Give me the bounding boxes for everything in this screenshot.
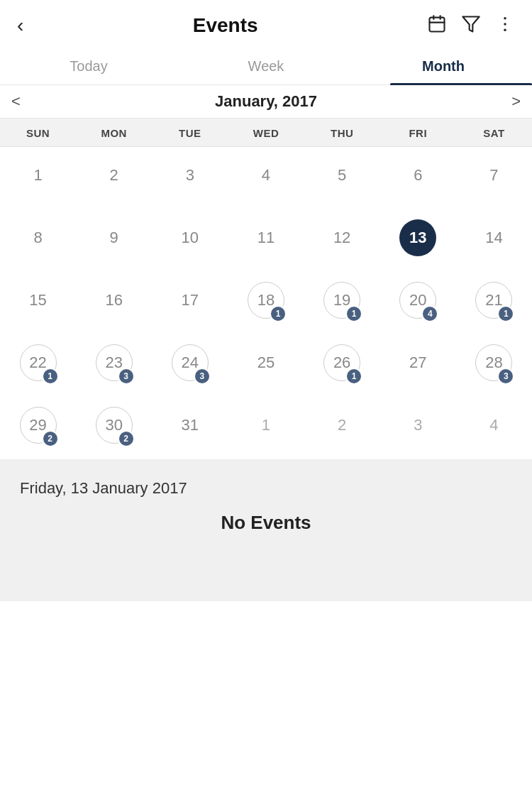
- tab-month[interactable]: Month: [355, 48, 532, 84]
- event-badge: 1: [42, 368, 59, 385]
- calendar-day-14[interactable]: 15: [0, 272, 76, 334]
- month-nav: < January, 2017 >: [0, 85, 532, 119]
- page-title: Events: [193, 14, 258, 37]
- tabs-bar: Today Week Month: [0, 48, 532, 85]
- svg-point-6: [504, 23, 506, 26]
- calendar-day-32[interactable]: 2: [304, 397, 380, 459]
- calendar-day-34[interactable]: 4: [456, 397, 532, 459]
- event-badge: 3: [194, 368, 211, 385]
- calendar-day-0[interactable]: 1: [0, 147, 76, 209]
- back-button[interactable]: ‹: [17, 14, 23, 37]
- day-header-wed: WED: [228, 127, 304, 139]
- calendar-day-10[interactable]: 11: [228, 209, 304, 272]
- calendar-day-24[interactable]: 25: [228, 334, 304, 397]
- calendar-day-12[interactable]: 13: [380, 209, 456, 272]
- calendar-day-1[interactable]: 2: [76, 147, 152, 209]
- day-header-tue: TUE: [152, 127, 228, 139]
- selected-date-label: Friday, 13 January 2017: [20, 479, 512, 498]
- tab-today[interactable]: Today: [0, 48, 177, 84]
- calendar-icon[interactable]: [427, 14, 447, 37]
- calendar-day-16[interactable]: 17: [152, 272, 228, 334]
- calendar-day-30[interactable]: 31: [152, 397, 228, 459]
- more-icon[interactable]: [495, 14, 515, 37]
- event-badge: 2: [118, 430, 135, 447]
- header-icons: [427, 14, 515, 37]
- bottom-panel: Friday, 13 January 2017 No Events: [0, 459, 532, 601]
- event-badge: 1: [345, 368, 362, 385]
- day-header-sun: SUN: [0, 127, 76, 139]
- event-badge: 3: [118, 368, 135, 385]
- header: ‹ Events: [0, 0, 532, 48]
- day-header-mon: MON: [76, 127, 152, 139]
- day-header-thu: THU: [304, 127, 380, 139]
- next-month-button[interactable]: >: [500, 87, 532, 116]
- tab-week[interactable]: Week: [177, 48, 355, 84]
- calendar-day-9[interactable]: 10: [152, 209, 228, 272]
- calendar-day-4[interactable]: 5: [304, 147, 380, 209]
- calendar-day-19[interactable]: 204: [380, 272, 456, 334]
- calendar-day-2[interactable]: 3: [152, 147, 228, 209]
- calendar-day-3[interactable]: 4: [228, 147, 304, 209]
- svg-point-7: [504, 28, 506, 31]
- event-badge: 1: [497, 305, 514, 322]
- calendar-day-25[interactable]: 261: [304, 334, 380, 397]
- svg-marker-4: [462, 17, 479, 32]
- svg-point-5: [504, 17, 506, 20]
- event-badge: 4: [421, 305, 438, 322]
- day-headers: SUN MON TUE WED THU FRI SAT: [0, 119, 532, 147]
- calendar-grid: 1234567891011121314151617181191204211221…: [0, 147, 532, 459]
- prev-month-button[interactable]: <: [0, 87, 32, 116]
- day-header-sat: SAT: [456, 127, 532, 139]
- calendar-day-7[interactable]: 8: [0, 209, 76, 272]
- calendar-day-26[interactable]: 27: [380, 334, 456, 397]
- day-header-fri: FRI: [380, 127, 456, 139]
- svg-rect-0: [430, 18, 445, 32]
- event-badge: 2: [42, 430, 59, 447]
- calendar-day-5[interactable]: 6: [380, 147, 456, 209]
- calendar-day-18[interactable]: 191: [304, 272, 380, 334]
- filter-icon[interactable]: [461, 14, 481, 37]
- event-badge: 3: [497, 368, 514, 385]
- no-events-label: No Events: [20, 512, 512, 534]
- calendar-day-21[interactable]: 221: [0, 334, 76, 397]
- calendar-day-33[interactable]: 3: [380, 397, 456, 459]
- calendar-day-8[interactable]: 9: [76, 209, 152, 272]
- calendar-day-20[interactable]: 211: [456, 272, 532, 334]
- calendar-day-29[interactable]: 302: [76, 397, 152, 459]
- month-title: January, 2017: [215, 92, 317, 111]
- header-left: ‹: [17, 14, 23, 37]
- calendar-day-31[interactable]: 1: [228, 397, 304, 459]
- event-badge: 1: [270, 305, 287, 322]
- calendar-day-17[interactable]: 181: [228, 272, 304, 334]
- calendar-day-28[interactable]: 292: [0, 397, 76, 459]
- calendar-day-22[interactable]: 233: [76, 334, 152, 397]
- calendar-day-27[interactable]: 283: [456, 334, 532, 397]
- calendar-day-6[interactable]: 7: [456, 147, 532, 209]
- calendar-day-13[interactable]: 14: [456, 209, 532, 272]
- calendar-day-15[interactable]: 16: [76, 272, 152, 334]
- calendar-day-11[interactable]: 12: [304, 209, 380, 272]
- calendar-day-23[interactable]: 243: [152, 334, 228, 397]
- event-badge: 1: [345, 305, 362, 322]
